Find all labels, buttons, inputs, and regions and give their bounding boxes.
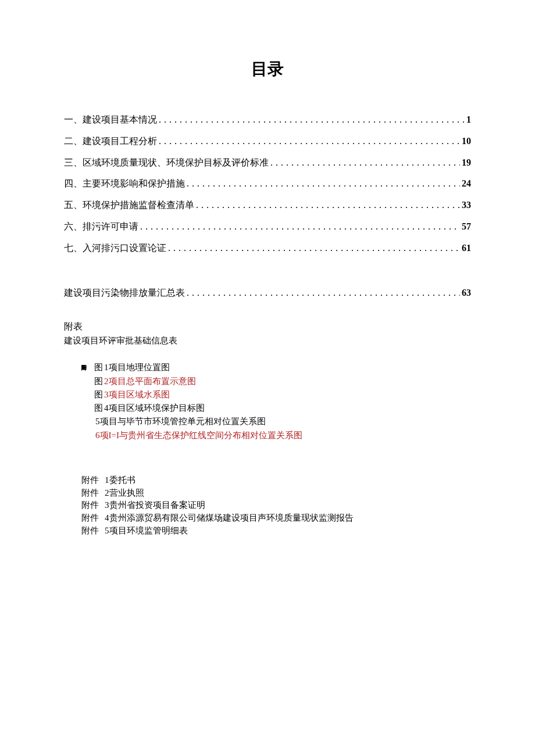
toc-page: 19 xyxy=(462,152,471,174)
toc-label: 四、主要环境影响和保护措施 xyxy=(64,173,185,195)
toc-item: 六、排污许可申请 57 xyxy=(64,216,471,238)
toc-item: 五、环境保护措施监督检查清单 33 xyxy=(64,195,471,216)
attachment-text: 贵州添源贸易有限公司储煤场建设项目声环境质量现状监测报告 xyxy=(109,512,354,525)
toc-dots xyxy=(187,173,460,195)
attachment-item: 附件 2营业执照 xyxy=(81,487,471,500)
attachment-prefix: 附件 xyxy=(81,525,105,538)
figure-num: 4 xyxy=(104,403,109,413)
toc-label: 六、排污许可申请 xyxy=(64,216,138,238)
appendix-header: 附表 xyxy=(64,321,471,333)
figure-prefix: 图 xyxy=(94,363,103,372)
toc-label: 五、环境保护措施监督检查清单 xyxy=(64,195,194,216)
toc-dots xyxy=(196,195,460,216)
figure-num: 5 xyxy=(95,417,100,426)
figure-text: 项目地理位置图 xyxy=(109,363,170,372)
toc-item: 二、建设项目工程分析 10 xyxy=(64,131,471,152)
summary-label: 建设项目污染物排放量汇总表 xyxy=(64,282,185,304)
appendix-sub: 建设项目环评审批基础信息表 xyxy=(64,335,471,346)
figure-item: 6项I=I与贵州省生态保护红线空间分布相对位置关系图 xyxy=(94,429,471,442)
toc-label: 一、建设项目基本情况 xyxy=(64,109,157,131)
figure-prefix: 图 xyxy=(94,377,103,386)
figure-item: 图2项目总平面布置示意图 xyxy=(94,375,471,388)
toc-dots xyxy=(270,152,460,174)
toc-page: 33 xyxy=(462,195,471,216)
figure-item: 图1项目地理位置图 xyxy=(94,361,471,374)
toc-item: 四、主要环境影响和保护措施 24 xyxy=(64,173,471,195)
toc-dots xyxy=(187,282,460,304)
figure-text: 项目总平面布置示意图 xyxy=(109,377,196,386)
attachment-prefix: 附件 xyxy=(81,499,105,512)
toc-page: 10 xyxy=(462,131,471,152)
attachment-text: 营业执照 xyxy=(109,487,144,500)
toc-page: 61 xyxy=(462,238,471,259)
figure-prefix: 图 xyxy=(94,403,103,413)
figure-text: 项目区域环境保护目标图 xyxy=(109,403,205,413)
attachment-num: 3 xyxy=(105,499,109,512)
attachment-num: 1 xyxy=(105,474,109,487)
attachment-text: 贵州省投资项目备案证明 xyxy=(109,499,205,512)
figure-num: 1 xyxy=(104,363,109,372)
attachment-prefix: 附件 xyxy=(81,512,105,525)
toc-dots xyxy=(159,109,465,131)
figures-section: 附图附图附图附图附图附图附图 图1项目地理位置图 图2项目总平面布置示意图 图3… xyxy=(81,361,471,442)
attachment-num: 4 xyxy=(105,512,109,525)
summary-page: 63 xyxy=(462,282,471,304)
attachment-prefix: 附件 xyxy=(81,487,105,500)
attachments-section: 附件 1委托书 附件 2营业执照 附件 3贵州省投资项目备案证明 附件 4贵州添… xyxy=(81,474,471,538)
figure-text: 项目与毕节市环境管控单元相对位置关系图 xyxy=(100,417,266,426)
figure-prefix: 图 xyxy=(94,390,103,399)
figure-text: 项I=I与贵州省生态保护红线空间分布相对位置关系图 xyxy=(100,431,302,440)
toc-item: 七、入河排污口设置论证 61 xyxy=(64,238,471,259)
figure-num: 2 xyxy=(104,377,109,386)
figure-num: 3 xyxy=(104,390,109,399)
toc-dots xyxy=(168,238,460,259)
attachment-text: 委托书 xyxy=(109,474,135,487)
figures-list: 图1项目地理位置图 图2项目总平面布置示意图 图3项目区域水系图 图4项目区域环… xyxy=(94,361,471,442)
attachment-num: 5 xyxy=(105,525,109,538)
toc-item: 一、建设项目基本情况 1 xyxy=(64,109,471,131)
toc-item: 三、区域环境质量现状、环境保护目标及评价标准 19 xyxy=(64,152,471,174)
toc-section: 一、建设项目基本情况 1 二、建设项目工程分析 10 三、区域环境质量现状、环境… xyxy=(64,109,471,259)
attachment-item: 附件 1委托书 xyxy=(81,474,471,487)
figure-item: 5项目与毕节市环境管控单元相对位置关系图 xyxy=(94,415,471,428)
toc-label: 七、入河排污口设置论证 xyxy=(64,238,166,259)
toc-dots xyxy=(159,131,460,152)
figure-text: 项目区域水系图 xyxy=(109,390,170,399)
summary-section: 建设项目污染物排放量汇总表 63 xyxy=(64,282,471,304)
attachment-item: 附件 5项目环境监管明细表 xyxy=(81,525,471,538)
attachment-text: 项目环境监管明细表 xyxy=(109,525,188,538)
attachment-item: 附件 4贵州添源贸易有限公司储煤场建设项目声环境质量现状监测报告 xyxy=(81,512,471,525)
toc-page: 57 xyxy=(462,216,471,238)
figures-vertical-label: 附图附图附图附图附图附图附图 xyxy=(81,361,87,445)
figure-item: 图3项目区域水系图 xyxy=(94,388,471,402)
toc-dots xyxy=(140,216,460,238)
figure-item: 图4项目区域环境保护目标图 xyxy=(94,402,471,415)
toc-item: 建设项目污染物排放量汇总表 63 xyxy=(64,282,471,304)
page-title: 目录 xyxy=(64,58,471,80)
toc-page: 1 xyxy=(466,109,471,131)
toc-page: 24 xyxy=(462,173,471,195)
toc-label: 二、建设项目工程分析 xyxy=(64,131,157,152)
figure-num: 6 xyxy=(95,431,100,440)
attachment-item: 附件 3贵州省投资项目备案证明 xyxy=(81,499,471,512)
toc-label: 三、区域环境质量现状、环境保护目标及评价标准 xyxy=(64,152,269,174)
attachment-prefix: 附件 xyxy=(81,474,105,487)
attachment-num: 2 xyxy=(105,487,109,500)
